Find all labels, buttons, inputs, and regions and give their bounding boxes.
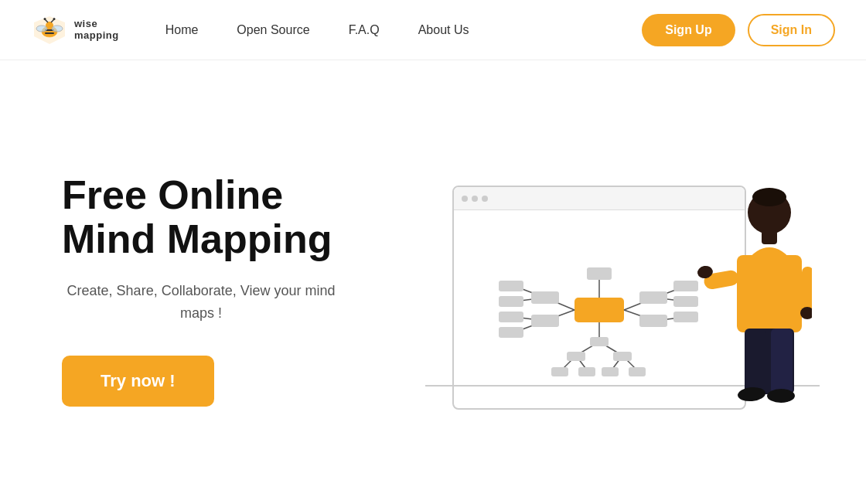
svg-rect-35 <box>499 296 523 307</box>
person-illustration <box>688 178 812 425</box>
nav-open-source[interactable]: Open Source <box>237 23 309 37</box>
logo-mapping: mapping <box>74 30 119 41</box>
svg-rect-39 <box>639 315 667 327</box>
svg-rect-50 <box>629 367 646 376</box>
browser-dot-2 <box>472 196 478 202</box>
nav-about-us[interactable]: About Us <box>418 23 469 37</box>
svg-point-10 <box>36 26 47 32</box>
svg-point-9 <box>53 18 56 20</box>
logo[interactable]: wise mapping <box>31 15 119 46</box>
svg-rect-36 <box>499 312 523 322</box>
svg-rect-43 <box>587 267 612 280</box>
svg-rect-60 <box>745 329 766 394</box>
svg-point-63 <box>767 389 795 403</box>
svg-rect-38 <box>639 291 667 304</box>
svg-rect-54 <box>737 255 802 332</box>
nav-home[interactable]: Home <box>165 23 199 37</box>
mindmap-diagram <box>476 216 723 402</box>
svg-rect-61 <box>771 329 793 394</box>
logo-text: wise mapping <box>74 19 119 41</box>
nav-links: Home Open Source F.A.Q About Us <box>165 23 643 37</box>
svg-rect-46 <box>613 352 632 361</box>
svg-rect-45 <box>567 352 585 361</box>
hero-subtitle: Create, Share, Collaborate, View your mi… <box>62 280 340 325</box>
svg-point-8 <box>44 18 46 20</box>
hero-title-line1: Free Online <box>62 172 283 217</box>
svg-rect-4 <box>45 32 54 34</box>
svg-rect-12 <box>574 298 624 322</box>
svg-rect-33 <box>531 315 559 327</box>
hero-title-line2: Mind Mapping <box>62 216 332 261</box>
logo-bee-icon <box>31 15 68 46</box>
svg-point-52 <box>752 188 786 206</box>
svg-rect-32 <box>531 291 559 304</box>
signin-button[interactable]: Sign In <box>748 14 835 46</box>
svg-rect-57 <box>802 267 812 313</box>
signup-button[interactable]: Sign Up <box>642 14 735 46</box>
nav-faq[interactable]: F.A.Q <box>349 23 380 37</box>
nav-actions: Sign Up Sign In <box>642 14 835 46</box>
svg-rect-49 <box>602 367 619 376</box>
hero-section: Free Online Mind Mapping Create, Share, … <box>0 60 866 504</box>
browser-dot-1 <box>462 196 468 202</box>
hero-left: Free Online Mind Mapping Create, Share, … <box>62 173 394 407</box>
hero-right <box>394 170 804 410</box>
trynow-button[interactable]: Try now ! <box>62 356 214 407</box>
logo-wise: wise <box>74 19 119 29</box>
browser-dot-3 <box>482 196 488 202</box>
svg-rect-37 <box>499 327 523 338</box>
svg-rect-34 <box>499 281 523 291</box>
svg-point-11 <box>52 26 63 32</box>
svg-rect-47 <box>551 367 568 376</box>
hero-title: Free Online Mind Mapping <box>62 173 379 261</box>
navbar: wise mapping Home Open Source F.A.Q Abou… <box>0 0 866 60</box>
svg-rect-64 <box>762 230 777 244</box>
svg-rect-44 <box>590 337 609 346</box>
svg-rect-48 <box>578 367 595 376</box>
